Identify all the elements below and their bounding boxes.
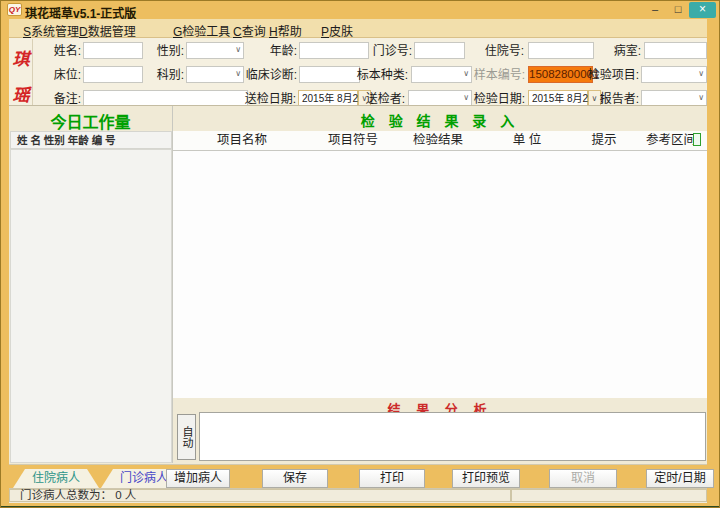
table-corner-icon — [693, 133, 701, 146]
name-input[interactable] — [83, 42, 143, 59]
menu-system[interactable]: S系统管理 — [23, 22, 79, 39]
analysis-textarea[interactable] — [199, 412, 706, 461]
department-label: 科别: — [142, 68, 184, 83]
save-button[interactable]: 保存 — [262, 469, 328, 488]
bottom-divider — [9, 464, 707, 465]
test-item-label: 检验项目: — [567, 68, 639, 83]
results-table-body[interactable] — [173, 151, 707, 398]
timer-date-button[interactable]: 定时/日期 — [646, 469, 714, 488]
col-unit: 单 位 — [481, 131, 573, 150]
menu-bar: S系统管理 D数据管理 G检验工具 C查询 H帮助 P皮肤 — [9, 19, 707, 38]
menu-skin[interactable]: P皮肤 — [321, 22, 353, 39]
bed-label: 床位: — [31, 68, 81, 83]
menu-help[interactable]: H帮助 — [269, 22, 302, 39]
worklist-body[interactable] — [10, 149, 172, 463]
gender-combo[interactable]: ∨ — [186, 42, 244, 59]
col-hint: 提示 — [573, 131, 635, 150]
form-divider — [9, 105, 707, 106]
brand-char-1: 琪 — [10, 45, 32, 70]
tab-inpatients[interactable]: 住院病人 — [13, 469, 99, 488]
col-test-result: 检验结果 — [395, 131, 481, 150]
print-button[interactable]: 打印 — [359, 469, 425, 488]
name-label: 姓名: — [31, 44, 81, 59]
gender-label: 性别: — [142, 44, 184, 59]
chevron-down-icon: ∨ — [698, 69, 704, 78]
ward-input[interactable] — [644, 42, 707, 59]
specimen-type-label: 标本种类: — [344, 68, 408, 83]
worklist-title: 今日工作量 — [9, 109, 172, 133]
app-window: QY 琪花瑶草v5.1-正式版 – □ × S系统管理 D数据管理 G检验工具 … — [0, 0, 720, 508]
menu-data[interactable]: D数据管理 — [79, 22, 136, 39]
inpatient-no-label: 住院号: — [475, 44, 524, 59]
auto-button[interactable]: 自动 — [177, 414, 196, 460]
menu-query[interactable]: C查询 — [233, 22, 266, 39]
brand-char-2: 瑶 — [10, 81, 32, 106]
maximize-button[interactable]: □ — [669, 2, 687, 18]
col-item-symbol: 项目符号 — [311, 131, 395, 150]
age-label: 年龄: — [259, 44, 297, 59]
worklist-columns-header: 姓 名 性别 年龄 编 号 — [10, 131, 172, 149]
diagnosis-label: 临床诊断: — [223, 68, 297, 83]
status-panel-2 — [511, 489, 707, 502]
minimize-button[interactable]: – — [646, 2, 664, 18]
age-input[interactable] — [299, 42, 369, 59]
sample-no-label: 样本编号: — [447, 68, 525, 83]
app-icon: QY — [7, 3, 22, 16]
outpatient-no-input[interactable] — [414, 42, 465, 59]
bed-input[interactable] — [83, 66, 143, 83]
add-patient-button[interactable]: 增加病人 — [166, 469, 230, 488]
col-item-name: 项目名称 — [173, 131, 311, 150]
print-preview-button[interactable]: 打印预览 — [452, 469, 520, 488]
chevron-down-icon: ∨ — [698, 93, 704, 102]
inpatient-no-input[interactable] — [528, 42, 594, 59]
chevron-down-icon: ∨ — [235, 45, 241, 54]
results-columns-header: 项目名称 项目符号 检验结果 单 位 提示 参考区间 — [173, 131, 707, 151]
close-button[interactable]: × — [689, 2, 716, 18]
test-item-combo[interactable]: ∨ — [641, 66, 707, 83]
cancel-button[interactable]: 取消 — [549, 469, 617, 488]
status-patient-count: 门诊病人总数为： 0 人 — [9, 489, 511, 502]
ward-label: 病室: — [593, 44, 641, 59]
menu-tools[interactable]: G检验工具 — [173, 22, 230, 39]
results-title: 检 验 结 果 录 入 — [173, 110, 707, 130]
outpatient-no-label: 门诊号: — [363, 44, 412, 59]
